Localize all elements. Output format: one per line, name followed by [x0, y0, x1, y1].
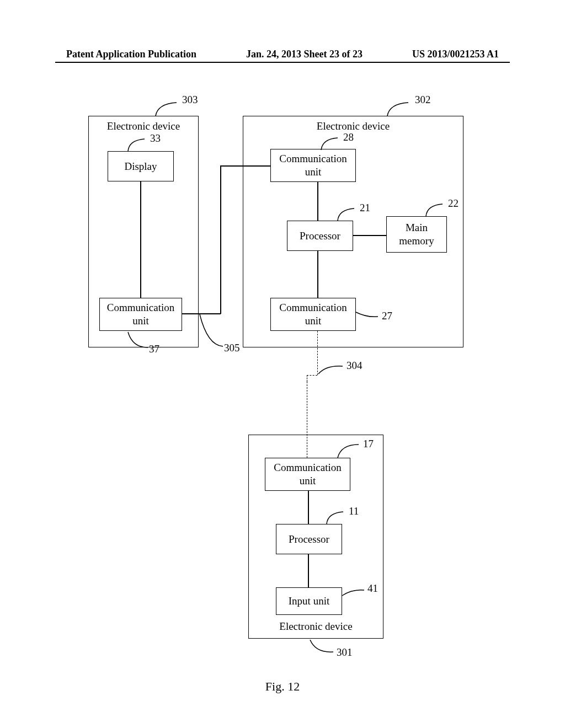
lead-22: [425, 202, 447, 217]
link-304-step: [307, 375, 317, 376]
line-comm1-to-proc: [317, 182, 318, 221]
device-301-input-box: Input unit: [276, 587, 342, 615]
lead-304: [317, 364, 345, 376]
device-302-comm2-box: Communication unit: [270, 298, 356, 331]
device-303-comm-box: Communication unit: [99, 298, 182, 331]
device-302-comm2-label: Communication unit: [275, 301, 351, 328]
device-302-title: Electronic device: [243, 120, 463, 132]
ref-301: 301: [337, 646, 353, 659]
ref-304: 304: [347, 360, 363, 372]
device-301-title: Electronic device: [248, 620, 383, 633]
device-302-processor-label: Processor: [300, 229, 340, 243]
header-left: Patent Application Publication: [66, 49, 196, 60]
ref-302: 302: [415, 94, 431, 106]
link-305-h-right: [220, 165, 270, 167]
device-302-mainmem-label: Main memory: [391, 221, 442, 248]
device-302-mainmem-box: Main memory: [386, 216, 447, 253]
lead-305: [199, 313, 224, 350]
device-301-processor-label: Processor: [289, 533, 329, 546]
line-display-to-comm303: [140, 181, 141, 298]
device-302-comm1-box: Communication unit: [270, 149, 356, 182]
header-rule: [55, 62, 510, 63]
device-302-comm1-label: Communication unit: [275, 152, 351, 179]
link-304-lower: [307, 382, 307, 458]
device-303-comm-label: Communication unit: [104, 301, 177, 328]
ref-28: 28: [343, 131, 354, 143]
ref-37: 37: [149, 343, 159, 355]
figure-diagram: Electronic device Display Communication …: [0, 94, 565, 645]
lead-28: [320, 136, 342, 151]
ref-17: 17: [363, 438, 374, 450]
ref-305: 305: [224, 342, 240, 354]
link-304-step-v: [307, 375, 307, 382]
line-proc-to-comm2: [317, 251, 318, 298]
device-302-processor-box: Processor: [287, 221, 353, 251]
device-301-processor-box: Processor: [276, 524, 342, 554]
ref-41: 41: [367, 582, 378, 595]
display-label: Display: [124, 160, 157, 173]
display-box: Display: [108, 151, 174, 181]
header-right: US 2013/0021253 A1: [412, 49, 499, 60]
lead-302: [386, 100, 414, 117]
lead-11: [326, 510, 348, 525]
ref-27: 27: [382, 310, 392, 322]
ref-11: 11: [349, 505, 359, 517]
ref-303: 303: [182, 94, 198, 106]
line-proc301-to-input: [308, 554, 309, 587]
device-301-comm-box: Communication unit: [265, 458, 350, 491]
device-303-title: Electronic device: [88, 120, 199, 132]
lead-17: [337, 442, 361, 459]
lead-27: [356, 311, 379, 320]
ref-21: 21: [360, 202, 370, 214]
device-301-comm-label: Communication unit: [270, 461, 345, 488]
line-proc-to-mem: [353, 235, 386, 236]
ref-33: 33: [150, 132, 161, 144]
lead-37: [127, 331, 149, 350]
ref-22: 22: [448, 197, 459, 210]
device-301-input-label: Input unit: [289, 595, 329, 608]
lead-303: [154, 100, 182, 117]
line-comm301-to-proc301: [308, 491, 309, 524]
lead-21: [337, 206, 359, 222]
header-center: Jan. 24, 2013 Sheet 23 of 23: [246, 49, 363, 60]
figure-caption: Fig. 12: [0, 679, 565, 694]
lead-301: [309, 639, 334, 655]
lead-41: [342, 588, 365, 600]
lead-33: [127, 137, 149, 152]
link-305-v: [220, 165, 221, 314]
